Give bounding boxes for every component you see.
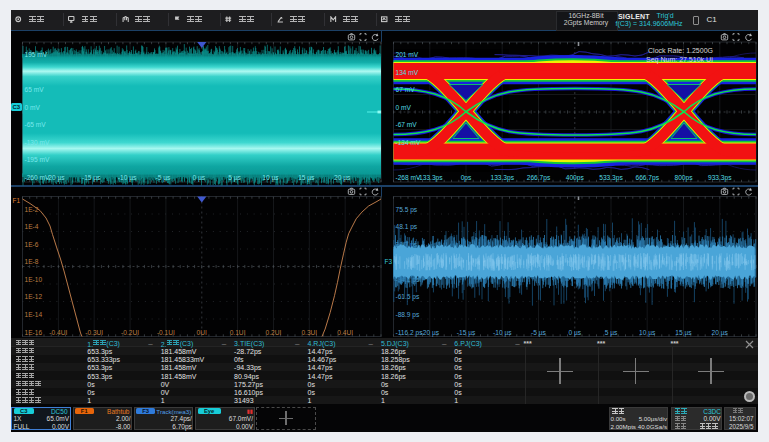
svg-text:-116.2 ps: -116.2 ps: [396, 329, 424, 337]
svg-text:0 mV: 0 mV: [25, 104, 41, 111]
svg-text:666.7ps: 666.7ps: [636, 174, 660, 182]
svg-text:-0.2UI: -0.2UI: [121, 329, 139, 336]
svg-text:933.3ps: 933.3ps: [708, 174, 732, 182]
svg-text:0ps: 0ps: [461, 174, 472, 182]
svg-text:-195 mV: -195 mV: [25, 156, 51, 163]
svg-text:Clock Rate: 1.2500G: Clock Rate: 1.2500G: [648, 47, 713, 54]
svg-text:F3: F3: [385, 258, 393, 265]
svg-text:-134 mV: -134 mV: [396, 139, 422, 146]
svg-text:Seq Num: 27.510k UI: Seq Num: 27.510k UI: [646, 56, 713, 64]
svg-text:10 µs: 10 µs: [262, 174, 279, 182]
svg-text:0 µs: 0 µs: [192, 174, 205, 182]
svg-text:-65 mV: -65 mV: [25, 121, 47, 128]
svg-text:5 µs: 5 µs: [605, 329, 618, 337]
svg-text:20 µs: 20 µs: [712, 329, 729, 337]
svg-text:1E-10: 1E-10: [25, 276, 43, 283]
svg-text:0UI: 0UI: [197, 329, 207, 336]
svg-text:1E-8: 1E-8: [25, 258, 39, 265]
svg-text:1E-12: 1E-12: [25, 293, 43, 300]
svg-text:-20 µs: -20 µs: [46, 174, 65, 182]
svg-text:-133.3ps: -133.3ps: [417, 174, 443, 182]
svg-text:65 mV: 65 mV: [25, 86, 45, 93]
svg-text:1E-4: 1E-4: [25, 223, 39, 230]
svg-text:-10 µs: -10 µs: [118, 174, 137, 182]
svg-text:20 µs: 20 µs: [334, 174, 351, 182]
svg-text:0 mV: 0 mV: [396, 104, 412, 111]
svg-text:533.3ps: 533.3ps: [599, 174, 623, 182]
svg-text:400ps: 400ps: [566, 174, 585, 182]
svg-text:0.3UI: 0.3UI: [301, 329, 317, 336]
svg-text:1E-2: 1E-2: [25, 206, 39, 213]
svg-text:15 µs: 15 µs: [298, 174, 315, 182]
svg-text:67 mV: 67 mV: [396, 86, 416, 93]
svg-text:0.4UI: 0.4UI: [337, 329, 353, 336]
svg-text:-20 µs: -20 µs: [421, 329, 440, 337]
svg-text:F1: F1: [13, 197, 21, 204]
svg-text:-0.3UI: -0.3UI: [85, 329, 103, 336]
svg-text:800ps: 800ps: [675, 174, 694, 182]
svg-text:-0.4UI: -0.4UI: [49, 329, 67, 336]
svg-text:-10 µs: -10 µs: [493, 329, 512, 337]
svg-text:-88.9 ps: -88.9 ps: [396, 311, 421, 319]
svg-text:5 µs: 5 µs: [228, 174, 241, 182]
svg-text:1E-14: 1E-14: [25, 311, 43, 318]
svg-text:-61.5 ps: -61.5 ps: [396, 293, 421, 301]
svg-text:134 mV: 134 mV: [396, 69, 419, 76]
svg-text:-15 µs: -15 µs: [82, 174, 101, 182]
svg-text:266.7ps: 266.7ps: [527, 174, 551, 182]
svg-text:-5 µs: -5 µs: [156, 174, 171, 182]
svg-text:1E-16: 1E-16: [25, 329, 43, 336]
svg-text:-5 µs: -5 µs: [531, 329, 546, 337]
svg-text:133.3ps: 133.3ps: [491, 174, 515, 182]
svg-text:-0.1UI: -0.1UI: [157, 329, 175, 336]
svg-text:195 mV: 195 mV: [25, 51, 48, 58]
svg-text:201 mV: 201 mV: [396, 51, 419, 58]
svg-text:0.1UI: 0.1UI: [230, 329, 246, 336]
svg-text:-67 mV: -67 mV: [396, 121, 418, 128]
svg-text:48.1 ps: 48.1 ps: [396, 223, 418, 231]
svg-text:-15 µs: -15 µs: [457, 329, 476, 337]
svg-text:75.5 ps: 75.5 ps: [396, 206, 418, 214]
svg-text:-130 mV: -130 mV: [25, 139, 51, 146]
svg-text:15 µs: 15 µs: [675, 329, 692, 337]
svg-text:10 µs: 10 µs: [639, 329, 656, 337]
svg-text:0 µs: 0 µs: [568, 329, 581, 337]
svg-text:0.2UI: 0.2UI: [266, 329, 282, 336]
svg-text:1E-6: 1E-6: [25, 241, 39, 248]
